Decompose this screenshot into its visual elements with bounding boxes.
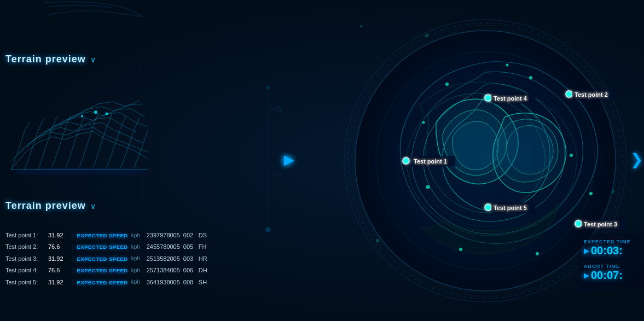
svg-point-54 — [485, 95, 491, 101]
svg-point-68 — [589, 192, 593, 195]
svg-text:Test point 3: Test point 3 — [584, 221, 617, 227]
expected-time-play-icon: ▶ — [584, 247, 589, 255]
row-unit: kph — [131, 278, 143, 286]
svg-point-45 — [403, 157, 409, 164]
svg-text:Test point 5: Test point 5 — [494, 205, 527, 211]
row-tag: EXPECTED SPEED — [77, 279, 128, 286]
terrain-title-1: Terrain preview — [5, 54, 86, 65]
expected-time-text: 00:03: — [591, 244, 623, 257]
right-info-panel: EXPECTED TIME ▶ 00:03: ABORT TIME ▶ 00:0… — [578, 234, 644, 294]
row-value: 31.92 — [48, 255, 69, 263]
row-label: Test point 4: — [5, 266, 45, 275]
row-unit: kph — [131, 232, 143, 240]
row-unit: kph — [131, 267, 143, 275]
row-code: 2397978005 — [147, 231, 180, 240]
row-divider: | — [72, 243, 74, 251]
svg-point-63 — [570, 154, 573, 157]
row-label: Test point 2: — [5, 243, 45, 251]
terrain-header-2[interactable]: Terrain preview ∨ — [0, 198, 148, 214]
svg-point-48 — [566, 91, 572, 97]
table-row: Test point 5: 31.92 | EXPECTED SPEED kph… — [4, 277, 234, 288]
svg-point-18 — [266, 86, 270, 89]
nav-arrow-play-btn[interactable]: ▶ — [284, 152, 294, 167]
row-label: Test point 1: — [5, 231, 45, 240]
row-num: 002 — [183, 231, 195, 240]
nav-arrow-right[interactable]: ❯ — [630, 150, 643, 168]
row-divider: | — [72, 267, 74, 275]
row-tag: EXPECTED SPEED — [77, 255, 128, 262]
svg-point-32 — [106, 113, 108, 115]
svg-point-65 — [459, 248, 462, 251]
row-id: DH — [199, 266, 210, 275]
expected-time-label: EXPECTED TIME — [584, 239, 639, 244]
svg-point-19 — [265, 227, 271, 232]
row-tag: EXPECTED SPEED — [77, 267, 128, 274]
row-num: 008 — [183, 278, 195, 287]
svg-point-30 — [94, 110, 97, 114]
row-value: 76.6 — [48, 243, 69, 251]
row-id: HR — [199, 255, 210, 263]
svg-point-64 — [536, 252, 539, 255]
svg-point-67 — [506, 63, 509, 66]
terrain-title-2: Terrain preview — [5, 200, 86, 212]
row-value: 31.92 — [48, 231, 69, 240]
chevron-icon-2: ∨ — [90, 202, 96, 211]
row-value: 31.92 — [48, 278, 69, 287]
abort-time-text: 00:07: — [591, 269, 623, 282]
row-code: 3641938005 — [147, 278, 180, 287]
terrain-preview-section-1: Terrain preview ∨ — [0, 51, 148, 67]
svg-point-62 — [426, 185, 430, 189]
row-id: FH — [199, 243, 210, 251]
row-tag: EXPECTED SPEED — [77, 243, 128, 250]
svg-point-57 — [485, 204, 491, 211]
row-divider: | — [72, 232, 74, 240]
svg-point-60 — [445, 83, 449, 86]
abort-time-play-icon: ▶ — [584, 272, 589, 279]
table-row: Test point 1: 31.92 | EXPECTED SPEED kph… — [4, 230, 234, 241]
row-id: SH — [199, 278, 210, 287]
terrain-3d-visualization — [11, 82, 148, 175]
row-num: 006 — [183, 266, 195, 275]
row-value: 76.6 — [48, 266, 69, 275]
abort-time-label: ABORT TIME — [584, 264, 639, 269]
row-code: 2513582005 — [147, 255, 180, 263]
row-divider: | — [72, 278, 74, 286]
row-unit: kph — [131, 255, 143, 262]
svg-text:Test point 4: Test point 4 — [494, 95, 527, 102]
row-label: Test point 5: — [5, 278, 45, 287]
svg-point-33 — [14, 168, 145, 175]
row-id: DS — [199, 231, 210, 240]
expected-time-section: EXPECTED TIME ▶ 00:03: — [584, 239, 639, 257]
data-table: Test point 1: 31.92 | EXPECTED SPEED kph… — [4, 230, 234, 288]
row-num: 003 — [183, 255, 195, 263]
terrain-header-1[interactable]: Terrain preview ∨ — [0, 51, 148, 67]
table-row: Test point 2: 76.6 | EXPECTED SPEED kph … — [4, 241, 234, 253]
abort-time-section: ABORT TIME ▶ 00:07: — [584, 264, 639, 282]
svg-point-61 — [529, 76, 532, 79]
abort-time-value: ▶ 00:07: — [584, 269, 639, 282]
svg-point-51 — [575, 220, 582, 227]
table-row: Test point 3: 31.92 | EXPECTED SPEED kph… — [4, 253, 234, 265]
svg-point-31 — [81, 115, 83, 117]
svg-text:Test point 2: Test point 2 — [575, 91, 608, 98]
row-code: 2455780005 — [147, 243, 180, 251]
row-label: Test point 3: — [5, 255, 45, 263]
row-code: 2571384005 — [147, 266, 180, 275]
table-row: Test point 4: 76.6 | EXPECTED SPEED kph … — [4, 265, 234, 276]
row-divider: | — [72, 255, 74, 262]
svg-text:Test point 1: Test point 1 — [414, 158, 447, 165]
row-tag: EXPECTED SPEED — [77, 232, 128, 239]
row-unit: kph — [131, 243, 143, 251]
chevron-icon-1: ∨ — [90, 55, 96, 64]
row-num: 005 — [183, 243, 195, 251]
svg-point-66 — [422, 121, 425, 124]
expected-time-value: ▶ 00:03: — [584, 244, 639, 257]
terrain-preview-section-2: Terrain preview ∨ — [0, 198, 148, 214]
